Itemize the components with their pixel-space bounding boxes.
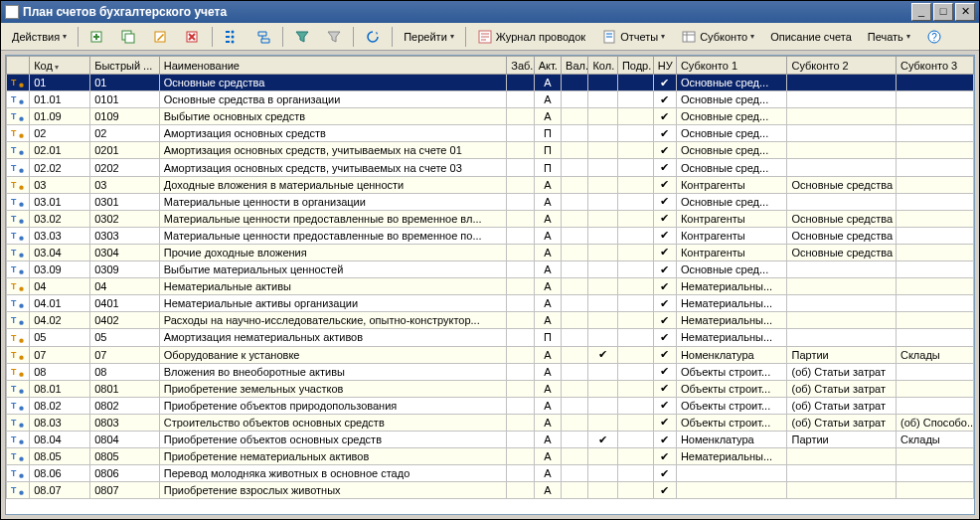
cell-val — [562, 295, 588, 312]
col-zab[interactable]: Заб. — [507, 57, 534, 75]
cell-sub3 — [896, 75, 973, 91]
table-row[interactable]: T08.050805Приобретение нематериальных ак… — [7, 448, 974, 465]
table-row[interactable]: T04.010401Нематериальные активы организа… — [7, 295, 974, 312]
table-row[interactable]: T08.020802Приобретение объектов природоп… — [7, 397, 974, 414]
col-sub1[interactable]: Субконто 1 — [676, 57, 787, 75]
table-row[interactable]: T02.010201Амортизация основных средств, … — [7, 142, 974, 159]
maximize-button[interactable]: □ — [933, 3, 953, 21]
table-row[interactable]: T01.010101Основные средства в организаци… — [7, 91, 974, 108]
actions-menu[interactable]: Действия▾ — [5, 26, 74, 48]
table-row[interactable]: T03.030303Материальные ценности предоста… — [7, 227, 974, 244]
cell-kol: ✔ — [588, 346, 617, 363]
print-menu[interactable]: Печать▾ — [861, 26, 917, 48]
table-row[interactable]: T03.090309Выбытие материальных ценностей… — [7, 261, 974, 278]
cell-podr — [617, 397, 653, 414]
col-nu[interactable]: НУ — [653, 57, 676, 75]
filter-button[interactable] — [287, 26, 317, 48]
cell-sub3 — [896, 448, 973, 465]
table-row[interactable]: T01.090109Выбытие основных средствА✔Осно… — [7, 108, 974, 125]
col-act[interactable]: Акт. — [534, 57, 561, 75]
cell-act: П — [534, 125, 561, 142]
table-row[interactable]: T0404Нематериальные активыА✔Нематериальн… — [7, 278, 974, 295]
table-row[interactable]: T03.020302Материальные ценности предоста… — [7, 210, 974, 227]
table-row[interactable]: T03.040304Прочие доходные вложенияА✔Конт… — [7, 244, 974, 260]
col-val[interactable]: Вал. — [562, 57, 588, 75]
cell-nu: ✔ — [653, 125, 676, 142]
cell-act: А — [534, 397, 561, 414]
row-type-icon: T — [11, 109, 25, 123]
cell-kol — [588, 261, 617, 278]
table-row[interactable]: T03.010301Материальные ценности в органи… — [7, 193, 974, 210]
cell-code: 02 — [30, 125, 90, 142]
cell-nu: ✔ — [653, 295, 676, 312]
cell-code: 04.02 — [30, 312, 90, 329]
svg-text:T: T — [11, 451, 17, 461]
add-copy-icon — [121, 29, 137, 45]
add-button[interactable] — [82, 26, 112, 48]
col-code[interactable]: Код▾ — [30, 57, 90, 75]
cell-act: А — [534, 210, 561, 227]
col-podr[interactable]: Подр. — [617, 57, 653, 75]
description-button[interactable]: Описание счета — [763, 26, 859, 48]
table-row[interactable]: T04.020402Расходы на научно-исследовател… — [7, 312, 974, 329]
app-window: План счетов бухгалтерского учета _ □ ✕ Д… — [0, 0, 980, 520]
cell-sub3: Склады — [896, 431, 973, 447]
table-row[interactable]: T08.010801Приобретение земельных участко… — [7, 380, 974, 397]
reports-menu[interactable]: Отчеты▾ — [594, 26, 672, 48]
table-row[interactable]: T0303Доходные вложения в материальные це… — [7, 176, 974, 193]
journal-button[interactable]: Журнал проводок — [470, 26, 592, 48]
table-row[interactable]: T02.020202Амортизация основных средств, … — [7, 159, 974, 176]
cell-sub3 — [896, 261, 973, 278]
refresh-button[interactable] — [358, 26, 388, 48]
sort-icon: ▾ — [55, 63, 59, 72]
cell-act: А — [534, 448, 561, 465]
cell-quick: 0201 — [90, 142, 160, 159]
move-button[interactable] — [248, 26, 278, 48]
col-name[interactable]: Наименование — [159, 57, 507, 75]
svg-point-58 — [19, 457, 23, 461]
table-row[interactable]: T08.030803Строительство объектов основны… — [7, 414, 974, 431]
table-row[interactable]: T08.060806Перевод молодняка животных в о… — [7, 465, 974, 482]
grid-scroll[interactable]: Код▾ Быстрый ... Наименование Заб. Акт. … — [6, 56, 974, 514]
svg-point-22 — [19, 151, 23, 155]
go-menu[interactable]: Перейти▾ — [397, 26, 461, 48]
subkonto-menu[interactable]: Субконто▾ — [674, 26, 761, 48]
cell-sub1 — [676, 482, 787, 499]
accounts-table: Код▾ Быстрый ... Наименование Заб. Акт. … — [6, 56, 974, 499]
cell-sub2 — [787, 108, 897, 125]
cell-val — [562, 91, 588, 108]
cell-quick: 0801 — [90, 380, 160, 397]
close-button[interactable]: ✕ — [955, 3, 975, 21]
cell-zab — [507, 261, 534, 278]
row-type-icon: T — [11, 161, 25, 175]
table-row[interactable]: T08.070807Приобретение взрослых животных… — [7, 482, 974, 499]
hierarchy-button[interactable] — [217, 26, 246, 48]
table-row[interactable]: T08.040804Приобретение объектов основных… — [7, 431, 974, 447]
table-row[interactable]: T0202Амортизация основных средствП✔Основ… — [7, 125, 974, 142]
col-icon[interactable] — [7, 57, 30, 75]
help-button[interactable]: ? — [919, 26, 949, 48]
cell-name: Прочие доходные вложения — [159, 244, 507, 260]
col-quick[interactable]: Быстрый ... — [90, 57, 160, 75]
table-row[interactable]: T0505Амортизация нематериальных активовП… — [7, 329, 974, 346]
table-row[interactable]: T0808Вложения во внеоборотные активыА✔Об… — [7, 363, 974, 380]
row-type-icon: T — [11, 466, 25, 480]
cell-quick: 0304 — [90, 244, 160, 260]
svg-text:T: T — [11, 145, 17, 155]
cell-sub1: Нематериальны... — [676, 295, 787, 312]
table-row[interactable]: T0707Оборудование к установкеА✔✔Номенкла… — [7, 346, 974, 363]
delete-button[interactable] — [178, 26, 208, 48]
edit-button[interactable] — [146, 26, 176, 48]
filter-off-button[interactable] — [319, 26, 349, 48]
col-sub2[interactable]: Субконто 2 — [787, 57, 897, 75]
col-sub3[interactable]: Субконто 3 — [896, 57, 973, 75]
add-copy-button[interactable] — [114, 26, 144, 48]
col-kol[interactable]: Кол. — [588, 57, 617, 75]
minimize-button[interactable]: _ — [911, 3, 931, 21]
table-row[interactable]: T0101Основные средстваА✔Основные сред... — [7, 75, 974, 91]
cell-sub3 — [896, 91, 973, 108]
cell-kol — [588, 278, 617, 295]
cell-val — [562, 465, 588, 482]
dropdown-icon: ▾ — [450, 32, 454, 41]
row-type-icon: T — [11, 279, 25, 293]
